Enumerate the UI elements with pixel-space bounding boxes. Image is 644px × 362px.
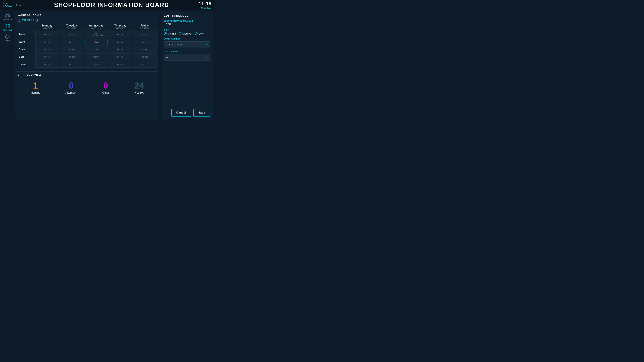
sidebar: OVERVIEW SCHEDULE LUNCH [2, 12, 14, 119]
next-week-button[interactable]: ❯ [36, 18, 38, 22]
radio-other-circle [195, 32, 198, 35]
day-friday: Friday [133, 24, 156, 27]
cell-steven-fri[interactable]: not set [133, 61, 156, 67]
cell-clara-fri[interactable]: not set [133, 46, 156, 53]
cell-steven-tue[interactable]: not set [60, 61, 83, 67]
cell-steven-mon[interactable]: not set [36, 61, 59, 67]
day-thursday: Thursday [108, 24, 132, 27]
save-button[interactable]: Save [193, 109, 210, 116]
cancel-button[interactable]: Cancel [171, 109, 191, 116]
afternoon-label: Afternoon [66, 91, 77, 94]
cell-bob-wed[interactable]: not set [84, 53, 108, 60]
cell-bob-tue[interactable]: not set [60, 53, 83, 60]
radio-morning-circle [164, 32, 166, 35]
logo: peak AMZu [3, 2, 14, 8]
logo-top: peak [6, 3, 11, 4]
header-time: 11:15 04/19/2023 [198, 1, 211, 9]
cell-clara-wed[interactable]: not set [84, 46, 108, 53]
col-header-monday: Monday 04/24/2023 [36, 24, 59, 30]
workstation-dropdown[interactable]: --- ▼ [164, 54, 210, 60]
date-thursday: 04/27/2023 [108, 27, 132, 29]
sidebar-item-schedule[interactable]: SCHEDULE [2, 23, 12, 32]
cell-peter-fri[interactable]: not set [133, 31, 156, 38]
header: peak AMZu ✳ △ ✕ SHOPFLOOR INFORMATION BO… [0, 0, 215, 10]
work-schedule-title: WORK SCHEDULE [18, 14, 156, 16]
cell-steven-thu[interactable]: not set [108, 61, 132, 67]
col-header-thursday: Thursday 04/27/2023 [108, 24, 132, 30]
order-number-section: Order Number 112-4930-2945 ▼ [164, 37, 210, 48]
workstation-section: Work Station --- ▼ [164, 50, 210, 60]
order-number-dropdown[interactable]: 112-4930-2945 ▼ [164, 41, 210, 48]
cell-bob-mon[interactable]: not set [36, 53, 59, 60]
asterisk-icon[interactable]: ✳ [16, 3, 18, 6]
cell-steven-wed[interactable]: not set [84, 61, 108, 67]
sidebar-label-schedule: SCHEDULE [3, 29, 12, 31]
cell-clara-mon[interactable]: not set [36, 46, 59, 53]
row-name-steven: Steven [18, 61, 35, 67]
cell-peter-wed[interactable]: --- 112-4930-2945 [84, 31, 108, 38]
radio-morning-label: Morning [168, 32, 176, 35]
shift-section: Shift Morning Afternoon Other [164, 28, 210, 35]
cell-john-mon[interactable]: not set [36, 39, 59, 45]
date-tuesday: 04/25/2023 [60, 27, 83, 29]
cell-bob-fri[interactable]: not set [133, 53, 156, 60]
day-tuesday: Tuesday [60, 24, 83, 27]
stat-other: 0 Other [102, 81, 109, 94]
morning-label: Morning [30, 91, 40, 94]
sidebar-label-lunch: LUNCH [4, 39, 11, 41]
cell-john-thu[interactable]: not set [108, 39, 132, 45]
morning-count: 1 [33, 81, 38, 90]
radio-other[interactable]: Other [195, 32, 204, 35]
warning-icon[interactable]: △ [19, 3, 21, 6]
prev-week-button[interactable]: ❮ [18, 18, 20, 22]
day-wednesday: Wednesday [84, 24, 108, 27]
cell-bob-thu[interactable]: not set [108, 53, 132, 60]
notset-count: 24 [134, 81, 144, 90]
workstation-label: Work Station [164, 50, 210, 53]
radio-other-label: Other [198, 32, 204, 35]
cell-john-tue[interactable]: not set [60, 39, 83, 45]
sidebar-item-lunch[interactable]: LUNCH [2, 33, 12, 42]
shift-overview-panel: SHIFT OVERVIEW 1 Morning 0 Afternoon 0 O… [15, 71, 159, 119]
cell-peter-mon[interactable]: not set [36, 31, 59, 38]
cell-peter-thu[interactable]: not set [108, 31, 132, 38]
col-header-friday: Friday 04/28/2023 [133, 24, 156, 30]
date-friday: 04/28/2023 [133, 27, 156, 29]
shift-stats: 1 Morning 0 Afternoon 0 Other 24 Not Set [18, 78, 156, 94]
workstation-value: --- [166, 56, 168, 59]
svg-rect-3 [8, 25, 9, 26]
radio-afternoon[interactable]: Afternoon [179, 32, 192, 35]
workstation-arrow-icon: ▼ [206, 56, 208, 59]
radio-afternoon-circle [179, 32, 181, 35]
week-label: Week 17 [22, 18, 34, 22]
day-monday: Monday [36, 24, 59, 27]
cell-peter-tue[interactable]: not set [60, 31, 83, 38]
shift-overview-title: SHIFT OVERVIEW [18, 74, 156, 76]
other-label: Other [102, 91, 109, 94]
stat-morning: 1 Morning [30, 81, 40, 94]
header-left: peak AMZu ✳ △ ✕ [3, 2, 24, 8]
main-layout: OVERVIEW SCHEDULE LUNCH WOR [0, 10, 215, 121]
cell-clara-thu[interactable]: not set [108, 46, 132, 53]
edit-schedule-panel: EDIT SCHEDULE Wednesday 26.04.2023 John … [161, 12, 213, 119]
work-schedule-panel: WORK SCHEDULE ❮ Week 17 ❯ Monday 04/24/2… [15, 12, 159, 70]
svg-rect-2 [6, 25, 7, 26]
afternoon-count: 0 [69, 81, 74, 90]
cell-john-wed[interactable]: not set [84, 39, 108, 45]
col-header-wednesday: Wednesday 04/26/2023 [84, 24, 108, 30]
sidebar-label-overview: OVERVIEW [3, 19, 12, 21]
logo-bottom: AMZu [5, 4, 12, 7]
week-navigation: ❮ Week 17 ❯ [18, 18, 156, 22]
edit-date: Wednesday 26.04.2023 [164, 19, 210, 22]
cell-clara-tue[interactable]: not set [60, 46, 83, 53]
radio-morning[interactable]: Morning [164, 32, 176, 35]
stat-afternoon: 0 Afternoon [66, 81, 77, 94]
row-name-clara: Clara [18, 46, 35, 53]
schedule-grid: Monday 04/24/2023 Tuesday 04/25/2023 Wed… [18, 24, 156, 67]
order-number-value: 112-4930-2945 [166, 43, 182, 46]
sidebar-item-overview[interactable]: OVERVIEW [2, 12, 12, 22]
edit-title: EDIT SCHEDULE [164, 14, 210, 17]
cell-john-fri[interactable]: not set [133, 39, 156, 45]
shift-radio-group: Morning Afternoon Other [164, 32, 210, 35]
close-icon[interactable]: ✕ [22, 3, 24, 6]
